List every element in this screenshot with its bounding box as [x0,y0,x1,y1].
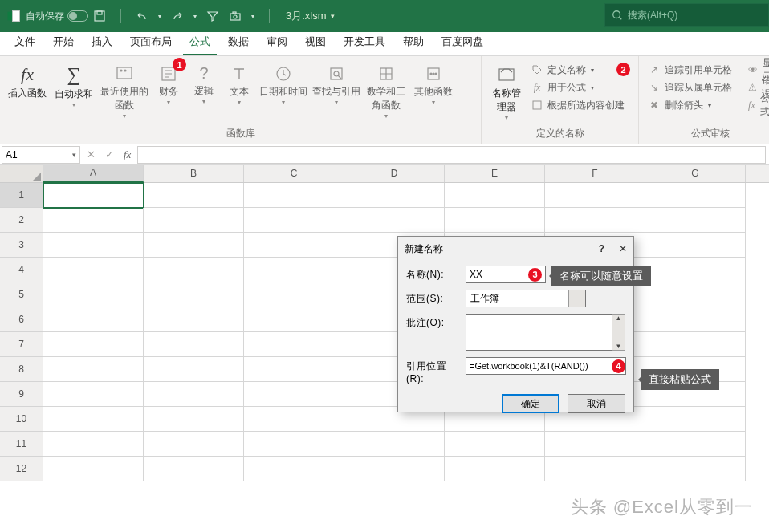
cell[interactable] [344,208,445,233]
cell[interactable] [144,183,244,208]
name-box[interactable]: A1 ▾ [2,146,80,164]
row-header[interactable]: 11 [0,432,43,457]
col-header[interactable]: G [645,165,746,182]
autosave-toggle[interactable]: 自动保存 [26,10,88,23]
col-header[interactable]: C [244,165,344,182]
cell[interactable] [244,332,344,357]
insert-function-button[interactable]: fx 插入函数 [6,61,48,126]
math-button[interactable]: 数学和三角函数 [364,61,408,126]
filter-icon[interactable] [206,10,219,22]
close-icon[interactable]: ✕ [619,243,627,254]
cell[interactable] [645,332,746,357]
cell[interactable] [445,208,545,233]
define-name-button[interactable]: 定义名称▾ 2 [528,61,632,79]
cell[interactable] [445,183,545,208]
cell[interactable] [43,183,144,208]
cell[interactable] [144,258,244,282]
row-header[interactable]: 2 [0,208,43,233]
cell[interactable] [244,258,344,282]
cell[interactable] [244,307,344,332]
help-button[interactable]: ? [599,243,604,254]
remove-arrows-button[interactable]: ✖ 删除箭头▾ [645,96,742,114]
tab-layout[interactable]: 页面布局 [124,30,178,55]
col-header[interactable]: F [545,165,645,182]
cell[interactable] [645,258,746,282]
tab-data[interactable]: 数据 [222,30,255,55]
cell[interactable] [645,183,746,208]
cell[interactable] [545,457,645,481]
cell[interactable] [43,407,144,432]
ref-input[interactable] [466,357,626,375]
tab-view[interactable]: 视图 [299,30,332,55]
row-header[interactable]: 7 [0,332,43,357]
use-in-formula-button[interactable]: fx 用于公式▾ [528,79,632,96]
tab-file[interactable]: 文件 [8,30,42,55]
row-header[interactable]: 5 [0,282,43,307]
row-header[interactable]: 12 [0,457,43,481]
cell[interactable] [43,307,144,332]
cell[interactable] [645,233,746,258]
cell[interactable] [545,208,645,233]
cell[interactable] [244,457,344,481]
name-manager-button[interactable]: 名称管理器 [488,61,525,126]
cell[interactable] [144,382,244,407]
row-header[interactable]: 8 [0,357,43,382]
autosum-button[interactable]: ∑ 自动求和 [51,61,96,126]
tab-baidu[interactable]: 百度网盘 [435,30,490,55]
cell[interactable] [344,457,445,481]
cell[interactable] [144,457,244,481]
lookup-button[interactable]: 查找与引用 [311,61,361,126]
cell[interactable] [43,382,144,407]
cell[interactable] [144,307,244,332]
row-header[interactable]: 1 [0,183,43,208]
cell[interactable] [144,282,244,307]
row-header[interactable]: 9 [0,382,43,407]
datetime-button[interactable]: 日期和时间 [258,61,308,126]
search-box[interactable]: 搜索(Alt+Q) [604,3,769,27]
cell[interactable] [144,233,244,258]
scope-select[interactable]: 工作簿 ▾ [466,290,586,307]
cancel-button[interactable]: 取消 [568,394,625,413]
cell[interactable] [344,183,445,208]
row-header[interactable]: 10 [0,407,43,432]
cell[interactable] [43,432,144,457]
cell[interactable] [144,432,244,457]
cell[interactable] [244,208,344,233]
cell[interactable] [244,382,344,407]
tab-formulas[interactable]: 公式 [183,30,217,55]
comment-textarea[interactable] [466,314,612,351]
cell[interactable] [244,233,344,258]
cell[interactable] [645,432,746,457]
cell[interactable] [344,432,445,457]
cell[interactable] [144,332,244,357]
cell[interactable] [645,208,746,233]
cell[interactable] [244,432,344,457]
ok-button[interactable]: 确定 [502,394,559,413]
logic-button[interactable]: ? 逻辑 [188,61,220,126]
more-functions-button[interactable]: 其他函数 [411,61,456,126]
cell[interactable] [545,432,645,457]
fx-button[interactable]: fx [120,148,134,161]
col-header[interactable]: D [344,165,445,182]
camera-icon[interactable] [229,10,242,22]
trace-dependents-button[interactable]: ↘ 追踪从属单元格 [645,79,742,96]
cell[interactable] [445,457,545,481]
redo-icon[interactable] [171,10,184,22]
col-header[interactable]: B [144,165,244,182]
evaluate-formula-button[interactable]: fx 公式 [745,96,769,114]
tab-home[interactable]: 开始 [47,30,80,55]
select-all-corner[interactable] [0,165,43,182]
cell[interactable] [144,208,244,233]
tab-review[interactable]: 审阅 [260,30,294,55]
cell[interactable] [645,457,746,481]
save-icon[interactable] [93,10,106,22]
row-header[interactable]: 4 [0,258,43,282]
cell[interactable] [43,332,144,357]
cell[interactable] [244,357,344,382]
cell[interactable] [43,233,144,258]
tab-insert[interactable]: 插入 [85,30,119,55]
row-header[interactable]: 3 [0,233,43,258]
formula-input[interactable] [137,146,766,164]
undo-icon[interactable] [136,10,149,22]
recent-functions-button[interactable]: 最近使用的函数 [100,61,149,126]
